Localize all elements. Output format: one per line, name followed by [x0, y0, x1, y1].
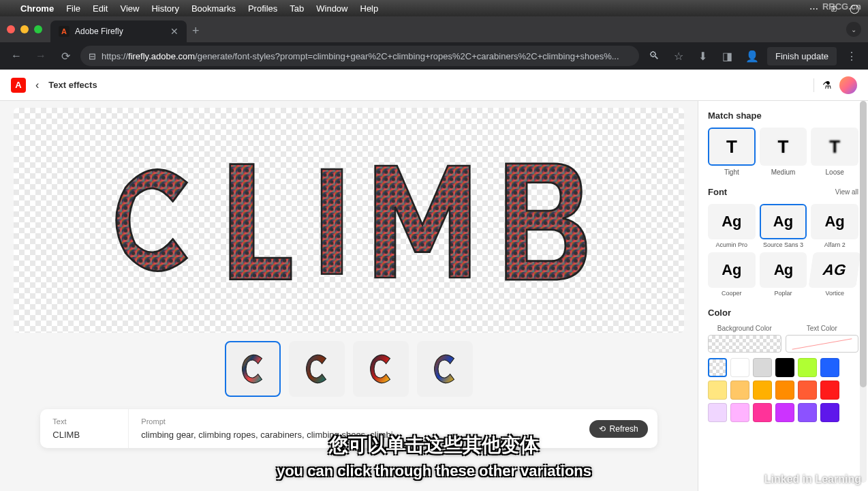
- refresh-button[interactable]: ⟲ Refresh: [589, 420, 648, 438]
- generated-text: [106, 159, 591, 282]
- app-header: A ‹ Text effects ⚗: [0, 70, 868, 101]
- font-option-cooper[interactable]: Ag Cooper: [708, 252, 756, 297]
- swatch-gray[interactable]: [753, 358, 772, 377]
- swatch-black[interactable]: [775, 358, 794, 377]
- swatch-pink[interactable]: [753, 403, 772, 422]
- match-shape-section: Match shape T Tight T Medium T Loose: [708, 110, 858, 176]
- side-panel-icon[interactable]: ◨: [718, 46, 737, 65]
- nav-forward-icon[interactable]: →: [31, 46, 50, 65]
- font-title: Font: [708, 187, 727, 197]
- finish-update-button[interactable]: Finish update: [767, 47, 837, 65]
- swatch-violet[interactable]: [820, 403, 839, 422]
- mac-menu-help[interactable]: Help: [360, 3, 379, 14]
- scrollbar[interactable]: [860, 101, 867, 483]
- tab-favicon-icon: A: [59, 26, 69, 37]
- mac-menu-history[interactable]: History: [151, 3, 179, 14]
- mac-menu-file[interactable]: File: [66, 3, 80, 14]
- prompt-input-section[interactable]: Prompt climbing gear, climbing ropes, ca…: [129, 409, 657, 448]
- preview-letter-i: [315, 159, 349, 282]
- text-input-label: Text: [52, 417, 116, 426]
- mac-menu-profiles[interactable]: Profiles: [248, 3, 277, 14]
- preview-letter-l: [221, 159, 296, 282]
- preview-letter-c: [106, 159, 202, 282]
- font-option-poplar[interactable]: Ag Poplar: [760, 252, 807, 297]
- preview-letter-m: [368, 159, 477, 282]
- profile-icon[interactable]: 👤: [743, 46, 762, 65]
- swatch-lime[interactable]: [798, 358, 817, 377]
- shape-option-tight[interactable]: T Tight: [708, 128, 756, 176]
- shape-option-loose[interactable]: T Loose: [811, 128, 858, 176]
- dots-icon[interactable]: ⋯: [808, 3, 819, 14]
- swatch-magenta[interactable]: [775, 403, 794, 422]
- variation-1[interactable]: [225, 341, 281, 397]
- font-option-acumin[interactable]: Ag Acumin Pro: [708, 204, 756, 248]
- zoom-icon[interactable]: 🔍︎: [645, 46, 664, 65]
- url-domain: firefly.adobe.com: [128, 51, 195, 61]
- text-input-value: CLIMB: [52, 430, 116, 440]
- mac-menu-tab[interactable]: Tab: [290, 3, 304, 14]
- font-option-source-sans[interactable]: Ag Source Sans 3: [760, 204, 807, 248]
- mac-menu-app-name[interactable]: Chrome: [20, 3, 54, 14]
- mac-menu-right: ⋯ ⎚ ◯: [808, 3, 860, 14]
- window-maximize[interactable]: [34, 25, 42, 33]
- bg-color-label: Background Color: [708, 325, 781, 332]
- screen-share-icon[interactable]: ⎚: [828, 3, 839, 14]
- mac-menu-edit[interactable]: Edit: [93, 3, 108, 14]
- bookmark-star-icon[interactable]: ☆: [669, 46, 688, 65]
- tab-title: Adobe Firefly: [75, 27, 123, 36]
- swatch-blue[interactable]: [820, 358, 839, 377]
- shape-option-medium[interactable]: T Medium: [760, 128, 807, 176]
- font-view-all-link[interactable]: View all: [835, 188, 858, 196]
- new-tab-button[interactable]: +: [192, 24, 200, 38]
- tab-search-dropdown[interactable]: ⌄: [846, 22, 861, 37]
- text-color-swatch[interactable]: [786, 335, 859, 353]
- address-bar[interactable]: ⊟ https://firefly.adobe.com/generate/fon…: [80, 46, 639, 66]
- site-info-icon[interactable]: ⊟: [89, 51, 96, 61]
- variation-3[interactable]: [353, 341, 409, 397]
- swatch-lavender[interactable]: [708, 403, 727, 422]
- refresh-icon: ⟲: [599, 424, 606, 434]
- swatch-transparent[interactable]: [708, 358, 727, 377]
- beaker-icon[interactable]: ⚗: [822, 79, 831, 91]
- adobe-logo-icon[interactable]: A: [11, 78, 26, 93]
- bg-color-swatch[interactable]: [708, 335, 781, 353]
- chrome-menu-icon[interactable]: ⋮: [842, 46, 861, 65]
- swatch-lightyellow[interactable]: [708, 381, 727, 400]
- user-icon[interactable]: ◯: [849, 3, 860, 14]
- user-avatar[interactable]: [839, 76, 857, 94]
- window-close[interactable]: [7, 25, 15, 33]
- mac-menu-window[interactable]: Window: [316, 3, 347, 14]
- swatch-purple[interactable]: [798, 403, 817, 422]
- chrome-tab-bar: A Adobe Firefly ✕ + ⌄: [0, 16, 868, 42]
- window-minimize[interactable]: [20, 25, 29, 33]
- nav-back-icon[interactable]: ←: [7, 46, 26, 65]
- swatch-red[interactable]: [820, 381, 839, 400]
- nav-reload-icon[interactable]: ⟳: [56, 46, 75, 65]
- swatch-lightorange[interactable]: [730, 381, 749, 400]
- tab-close-icon[interactable]: ✕: [170, 26, 179, 37]
- mac-menu-view[interactable]: View: [120, 3, 139, 14]
- downloads-icon[interactable]: ⬇: [694, 46, 713, 65]
- font-option-alfarn[interactable]: Ag Alfarn 2: [811, 204, 858, 248]
- mac-menu-bar: Chrome File Edit View History Bookmarks …: [0, 0, 868, 16]
- browser-tab[interactable]: A Adobe Firefly ✕: [50, 20, 187, 42]
- right-panel[interactable]: Match shape T Tight T Medium T Loose Fon…: [698, 101, 868, 491]
- swatch-white[interactable]: [730, 358, 749, 377]
- content-area: Text CLIMB Prompt climbing gear, climbin…: [0, 101, 868, 491]
- swatch-lightpink[interactable]: [730, 403, 749, 422]
- mac-menu-bookmarks[interactable]: Bookmarks: [191, 3, 236, 14]
- swatch-amber[interactable]: [753, 381, 772, 400]
- swatch-orange[interactable]: [775, 381, 794, 400]
- back-chevron-icon[interactable]: ‹: [35, 79, 39, 91]
- variation-2[interactable]: [289, 341, 345, 397]
- font-option-vortice[interactable]: AG Vortice: [811, 252, 858, 297]
- input-bar: Text CLIMB Prompt climbing gear, climbin…: [40, 409, 657, 448]
- variation-4[interactable]: [417, 341, 473, 397]
- color-section: Color Background Color Text Color: [708, 308, 858, 422]
- swatch-coral[interactable]: [798, 381, 817, 400]
- canvas-area: Text CLIMB Prompt climbing gear, climbin…: [0, 101, 698, 491]
- color-title: Color: [708, 308, 858, 318]
- url-prefix: https://: [102, 51, 128, 61]
- text-input-section[interactable]: Text CLIMB: [40, 409, 129, 448]
- scrollbar-thumb[interactable]: [860, 101, 867, 387]
